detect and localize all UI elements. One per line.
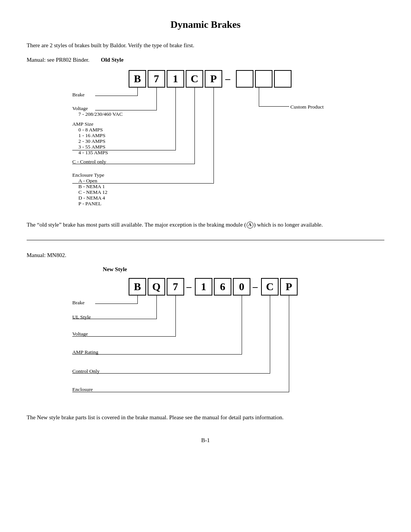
new-dash-1: –	[186, 281, 191, 292]
new-manual-text: Manual: MN802.	[27, 251, 384, 260]
old-style-note: The “old style” brake has most parts sti…	[27, 220, 384, 229]
new-enc-line-v	[289, 296, 289, 392]
custom-line-h	[259, 106, 289, 107]
voltage-line-h	[95, 110, 157, 110]
closing-paragraph: The New style brake parts list is covere…	[27, 413, 384, 422]
new-box-B: B	[129, 278, 146, 296]
new-box-P: P	[280, 278, 298, 296]
new-box-6: 6	[214, 278, 231, 296]
brake-label: Brake	[72, 91, 84, 99]
old-style-label: Old Style	[101, 57, 124, 63]
old-manual-text: Manual: see PR802 Binder.	[27, 57, 89, 63]
brake-line-h	[95, 96, 138, 96]
brake-line-v	[137, 88, 138, 96]
amp-rating-line-v	[242, 296, 242, 355]
old-style-note-text: The “old style” brake has most parts sti…	[27, 222, 246, 228]
divider	[27, 240, 384, 240]
new-voltage-label: Voltage	[72, 331, 88, 338]
new-box-0: 0	[233, 278, 250, 296]
voltage-line-v	[156, 88, 157, 110]
circled-A: A	[247, 222, 253, 228]
dash-1: –	[225, 73, 230, 85]
box-1: 1	[167, 70, 184, 88]
new-voltage-line-v	[175, 296, 176, 337]
new-enc-line-h	[72, 392, 289, 392]
new-style-diagram: B Q 7 – 1 6 0 – C P Brake UL Style Volta…	[72, 278, 339, 404]
box-P: P	[205, 70, 222, 88]
box-C: C	[186, 70, 203, 88]
new-control-line-h	[72, 373, 270, 374]
box-empty-2	[255, 70, 272, 88]
new-dash-2: –	[253, 281, 258, 292]
page-footer: B-1	[27, 437, 384, 444]
amp-rating-label: AMP Rating	[72, 349, 98, 356]
old-style-manual-line: Manual: see PR802 Binder. Old Style	[27, 57, 384, 63]
box-7: 7	[148, 70, 165, 88]
control-line-v	[194, 88, 195, 164]
enc-line-v	[213, 88, 214, 184]
new-brake-line-h	[95, 304, 138, 304]
amp-val-4: 4 - 135 AMPS	[78, 149, 108, 157]
ul-line-v	[156, 296, 157, 319]
page-title: Dynamic Brakes	[27, 19, 384, 30]
box-empty-3	[274, 70, 292, 88]
new-control-label: Control Only	[72, 368, 100, 375]
new-box-Q: Q	[148, 278, 165, 296]
new-brake-label: Brake	[72, 299, 84, 307]
control-label: C - Control only	[72, 158, 106, 166]
intro-paragraph: There are 2 styles of brakes built by Ba…	[27, 41, 384, 50]
new-style-label: New Style	[103, 266, 127, 272]
ul-style-label: UL Style	[72, 314, 91, 321]
new-enc-label: Enclosure	[72, 386, 93, 393]
new-control-line-v	[270, 296, 270, 374]
custom-line-v	[259, 88, 259, 107]
box-empty-1	[236, 70, 253, 88]
custom-label: Custom Product	[290, 104, 323, 111]
amp-line-v	[175, 88, 176, 150]
new-box-1: 1	[195, 278, 212, 296]
new-box-7: 7	[167, 278, 184, 296]
enc-val-P: P - PANEL	[78, 200, 102, 208]
old-style-note-text2: ) which is no longer available.	[254, 222, 323, 228]
new-style-label-line: New Style	[27, 266, 384, 273]
voltage-value: 7 - 208/230/460 VAC	[78, 111, 123, 118]
box-B: B	[129, 70, 146, 88]
new-brake-line-v	[137, 296, 138, 304]
new-box-C: C	[261, 278, 279, 296]
old-style-diagram: B 7 1 C P – Brake Voltage 7 - 208/230/46…	[72, 70, 339, 211]
